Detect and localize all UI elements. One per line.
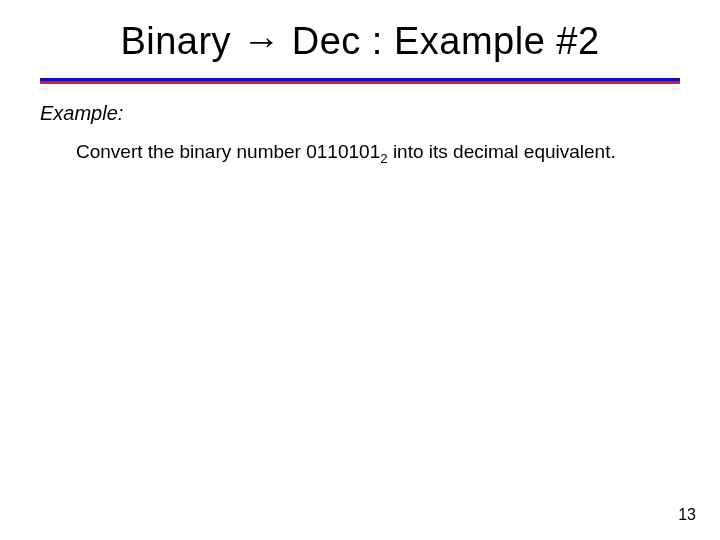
- body-prefix: Convert the binary number: [76, 141, 306, 162]
- body-text: Convert the binary number 01101012 into …: [76, 140, 636, 167]
- binary-base: 2: [380, 151, 387, 166]
- binary-digits: 0110101: [306, 141, 380, 162]
- page-number: 13: [678, 506, 696, 524]
- body-suffix: into its decimal equivalent.: [388, 141, 616, 162]
- slide-title: Binary → Dec : Example #2: [0, 20, 720, 63]
- title-underline: [40, 78, 680, 84]
- underline-red: [40, 81, 680, 84]
- slide: Binary → Dec : Example #2 Example: Conve…: [0, 0, 720, 540]
- example-label: Example:: [40, 102, 123, 125]
